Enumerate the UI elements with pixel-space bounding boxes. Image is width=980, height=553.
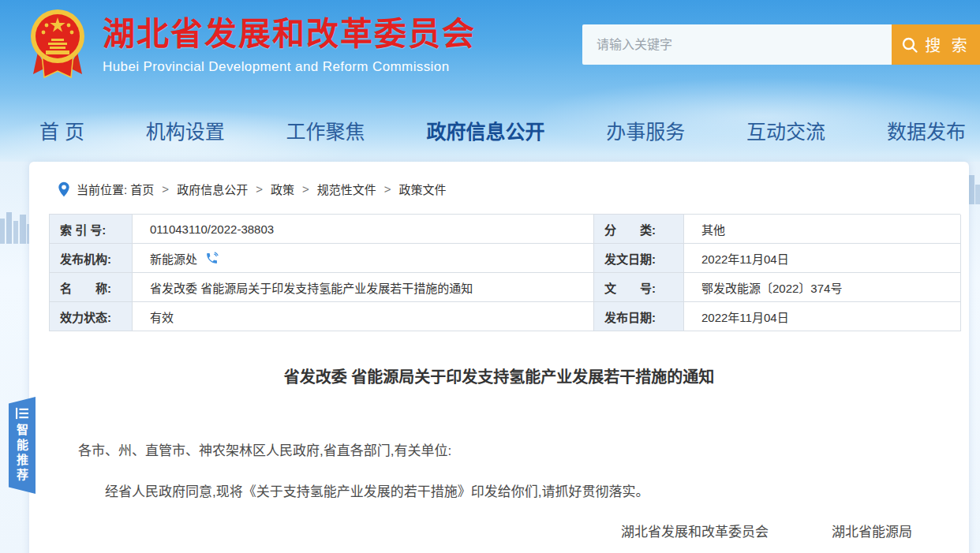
smart-recommend-label: 智能推荐 [13,424,30,484]
nav-item-home[interactable]: 首 页 [39,116,84,144]
validity-status-label: 效力状态: [50,302,133,331]
main-nav: 首 页 机构设置 工作聚焦 政府信息公开 办事服务 互动交流 数据发布 [0,103,980,158]
breadcrumb-prefix: 当前位置: [77,181,127,197]
breadcrumb-separator: > [162,182,169,196]
article-title: 省发改委 省能源局关于印发支持氢能产业发展若干措施的通知 [29,364,969,387]
nav-item-services[interactable]: 办事服务 [606,116,685,144]
signature-row: 湖北省发展和改革委员会 湖北省能源局 [29,521,969,540]
doc-name-value: 省发改委 省能源局关于印发支持氢能产业发展若干措施的通知 [133,273,594,302]
location-pin-icon [58,181,70,197]
article-paragraph: 经省人民政府同意,现将《关于支持氢能产业发展的若干措施》印发给你们,请抓好贯彻落… [78,480,922,500]
breadcrumb-home[interactable]: 首页 [130,181,154,197]
search-input[interactable] [582,24,892,65]
breadcrumb-separator: > [302,182,309,196]
issue-date-label: 发文日期: [594,244,684,273]
doc-number-label: 文 号: [594,273,684,302]
phone-icon[interactable] [205,252,219,265]
breadcrumb-separator: > [256,182,263,196]
site-logo-link[interactable]: 湖北省发展和改革委员会 Hubei Provincial Development… [28,6,476,87]
search-button[interactable]: 搜 索 [892,24,980,65]
recommend-list-icon [15,407,29,420]
category-value: 其他 [684,215,961,244]
site-subtitle: Hubei Provincial Development and Reform … [103,59,476,75]
search-icon [901,36,918,54]
doc-name-label: 名 称: [50,273,133,302]
breadcrumb-policy[interactable]: 政策 [271,181,294,197]
category-label: 分 类: [594,215,684,244]
document-info-table: 索 引 号: 011043110/2022-38803 分 类: 其他 发布机构… [49,214,960,331]
nav-item-gov-info-disclosure[interactable]: 政府信息公开 [426,116,544,144]
validity-status-value: 有效 [133,302,594,331]
index-number-value: 011043110/2022-38803 [133,215,594,244]
issuing-agency-text: 新能源处 [150,250,197,267]
breadcrumb: 当前位置: 首页 > 政府信息公开 > 政策 > 规范性文件 > 政策文件 [58,181,969,197]
nav-item-work-focus[interactable]: 工作聚焦 [286,116,365,144]
national-emblem-icon [28,6,87,87]
doc-number-value: 鄂发改能源〔2022〕374号 [684,273,961,302]
article-paragraph: 各市、州、直管市、神农架林区人民政府,省直各部门,有关单位: [78,439,922,459]
site-title: 湖北省发展和改革委员会 [103,16,476,53]
nav-item-organization[interactable]: 机构设置 [146,116,225,144]
publish-date-label: 发布日期: [594,302,684,331]
publish-date-value: 2022年11月04日 [684,302,961,331]
issuing-agency-value: 新能源处 [133,244,594,273]
breadcrumb-gov-info[interactable]: 政府信息公开 [177,181,248,197]
breadcrumb-policy-docs[interactable]: 政策文件 [398,181,446,197]
issue-date-value: 2022年11月04日 [684,244,961,273]
signature-development-reform-commission: 湖北省发展和改革委员会 [621,521,769,540]
signature-energy-bureau: 湖北省能源局 [832,521,912,540]
nav-item-data-release[interactable]: 数据发布 [887,116,966,144]
search-button-label: 搜 索 [925,33,971,56]
breadcrumb-normative-docs[interactable]: 规范性文件 [317,181,376,197]
content-panel: 当前位置: 首页 > 政府信息公开 > 政策 > 规范性文件 > 政策文件 索 … [29,162,969,553]
issuing-agency-label: 发布机构: [50,244,133,273]
breadcrumb-separator: > [384,182,391,196]
index-number-label: 索 引 号: [50,215,133,244]
background-skyline [0,207,32,244]
nav-item-interaction[interactable]: 互动交流 [746,116,825,144]
